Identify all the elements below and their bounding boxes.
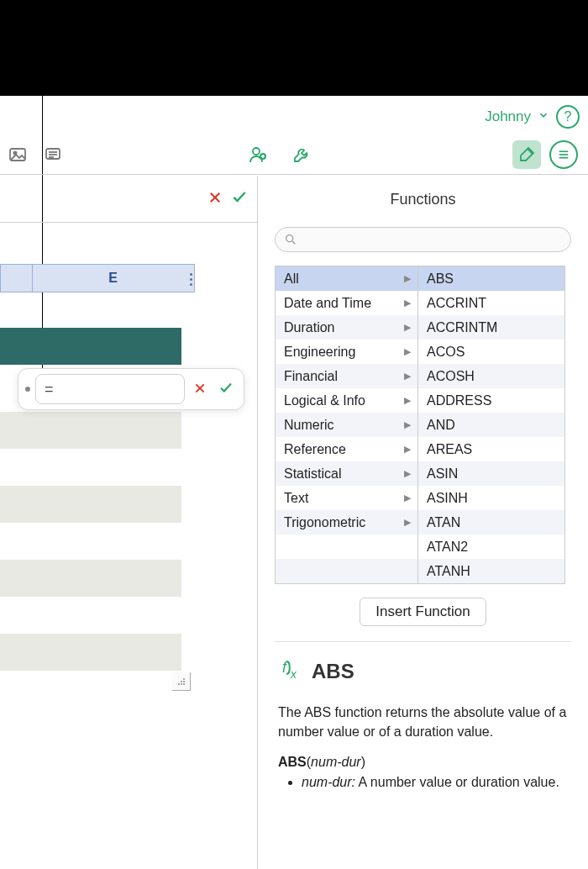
table-row[interactable] [0,412,181,449]
svg-point-19 [183,681,185,682]
function-description: The ABS function returns the absolute va… [278,703,568,741]
formula-equals-label: = [45,381,54,398]
function-item[interactable]: AREAS [418,437,564,461]
triangle-right-icon: ▶ [404,444,411,455]
category-item-empty [276,559,417,583]
triangle-right-icon: ▶ [404,395,411,406]
category-item[interactable]: Statistical▶ [276,461,417,486]
function-item[interactable]: ATAN [418,510,564,535]
accept-icon[interactable] [231,188,248,210]
column-headers[interactable]: E [0,264,195,292]
category-item[interactable]: Trigonometric▶ [276,510,417,535]
toolbar [0,134,588,175]
column-drag-handle-icon[interactable] [186,266,195,292]
triangle-right-icon: ▶ [404,371,411,382]
category-label: Engineering [284,345,355,360]
function-detail: fx ABS The ABS function returns the abso… [258,642,588,790]
category-label: Trigonometric [284,515,365,530]
tools-button[interactable] [287,140,316,169]
category-label: Reference [284,442,346,457]
table-row[interactable] [0,486,181,523]
formula-input[interactable]: = [35,374,185,404]
user-name[interactable]: Johnny [485,108,531,125]
table-header-row[interactable] [0,328,181,365]
category-item[interactable]: Reference▶ [276,437,417,461]
category-item[interactable]: Text▶ [276,486,417,510]
svg-point-18 [181,681,182,682]
function-label: ACCRINTM [427,320,497,335]
table-row[interactable] [0,560,181,597]
function-item[interactable]: AND [418,413,564,437]
table-resize-handle-icon[interactable] [172,672,191,691]
chevron-down-icon[interactable] [538,109,549,124]
svg-text:x: x [290,668,297,681]
cancel-icon[interactable] [207,188,223,210]
organize-button[interactable] [549,140,578,169]
category-item[interactable]: All▶ [276,266,417,291]
category-item[interactable]: Engineering▶ [276,340,417,364]
table-row[interactable] [0,523,181,560]
function-label: ACCRINT [427,296,486,311]
category-label: Financial [284,369,338,384]
category-item[interactable]: Financial▶ [276,364,417,388]
function-item[interactable]: ASIN [418,461,564,486]
comment-button[interactable] [39,140,67,169]
function-item[interactable]: ACOS [418,340,564,364]
function-label: ATAN [427,515,460,530]
fx-icon: fx [278,657,303,686]
table-body [0,412,181,671]
table-row[interactable] [0,597,181,634]
column-header-e[interactable]: E [33,265,194,292]
triangle-right-icon: ▶ [404,468,411,479]
search-icon [284,233,297,246]
arg-name: num-dur: [302,775,355,789]
function-detail-name: ABS [312,660,354,683]
category-item[interactable]: Logical & Info▶ [276,388,417,413]
function-list[interactable]: ABS ACCRINT ACCRINTM ACOS ACOSH ADDRESS … [417,266,565,584]
table-row[interactable] [0,449,181,486]
triangle-right-icon: ▶ [404,298,411,308]
function-item[interactable]: ACCRINTM [418,315,564,340]
help-icon[interactable]: ? [556,105,580,129]
function-item[interactable]: ACOSH [418,364,564,388]
triangle-right-icon: ▶ [404,419,411,430]
formula-bar [0,176,258,223]
function-label: ATAN2 [427,540,468,555]
function-item[interactable]: ATAN2 [418,535,564,559]
drag-dot-icon[interactable] [25,387,30,392]
category-item[interactable]: Numeric▶ [276,413,417,437]
category-label: All [284,271,299,287]
column-header-blank[interactable] [1,265,33,292]
insert-function-button[interactable]: Insert Function [360,598,486,626]
svg-point-6 [253,148,260,155]
function-item[interactable]: ACCRINT [418,291,564,315]
function-item[interactable]: ATANH [418,559,564,583]
function-item[interactable]: ABS [418,266,564,291]
svg-line-24 [292,241,295,244]
media-button[interactable] [3,140,32,169]
formula-cancel-icon[interactable] [190,380,210,399]
format-brush-button[interactable] [512,140,541,169]
svg-point-15 [178,683,180,685]
category-item[interactable]: Date and Time▶ [276,291,417,315]
function-label: ATANH [427,564,470,579]
category-label: Duration [284,320,334,335]
svg-point-20 [183,678,185,680]
function-item[interactable]: ADDRESS [418,388,564,413]
formula-editor-popover: = [18,368,244,410]
category-label: Statistical [284,466,341,482]
category-list[interactable]: All▶ Date and Time▶ Duration▶ Engineerin… [275,266,417,584]
category-item[interactable]: Duration▶ [276,315,417,340]
function-item[interactable]: ASINH [418,486,564,510]
triangle-right-icon: ▶ [404,322,411,333]
table-row[interactable] [0,634,181,671]
triangle-right-icon: ▶ [404,517,411,528]
function-label: ADDRESS [427,393,491,408]
search-input[interactable] [275,227,571,252]
triangle-right-icon: ▶ [404,346,411,357]
collaborate-button[interactable] [244,140,272,169]
formula-accept-icon[interactable] [215,380,237,399]
category-label: Logical & Info [284,393,365,408]
category-label: Date and Time [284,296,371,311]
svg-point-17 [183,683,185,685]
